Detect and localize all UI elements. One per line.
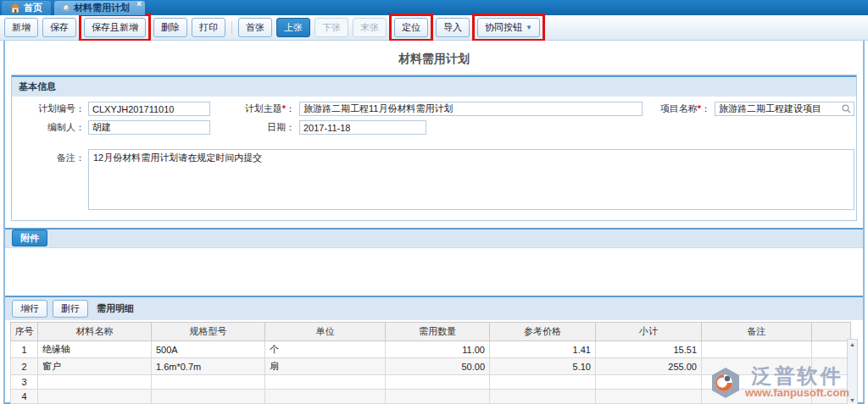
cell-filler [812, 390, 851, 404]
author-field-wrap [88, 120, 210, 135]
table-row[interactable]: 2 窗户 1.6m*0.7m 扇 50.00 5.10 255.00 [11, 358, 851, 375]
tab-home[interactable]: 首页 [2, 1, 51, 15]
attachment-bar: 附件 [5, 228, 863, 248]
tab-close-icon[interactable]: × [136, 0, 142, 8]
cell-price[interactable]: 1.41 [490, 341, 596, 358]
form-page: 材料需用计划 基本信息 计划编号： 计划主题*： 项目名称*： 编制人： 日期： [3, 41, 865, 404]
cell-unit[interactable] [265, 390, 386, 404]
basic-info-header: 基本信息 [12, 75, 856, 97]
collaborate-button[interactable]: 协同按钮 ▼ [477, 18, 540, 37]
cell-qty[interactable] [386, 375, 490, 390]
cell-spec[interactable]: 1.6m*0.7m [152, 358, 265, 375]
remark-field[interactable]: 12月份材料需用计划请在规定时间内提交 [88, 149, 854, 210]
cell-seq: 2 [11, 358, 38, 375]
cell-material-name[interactable] [38, 375, 152, 390]
project-field[interactable] [715, 102, 854, 116]
cell-unit[interactable]: 扇 [265, 358, 386, 375]
scroll-down-icon[interactable]: ▼ [849, 397, 855, 403]
cell-spec[interactable] [152, 375, 265, 390]
last-record-button: 末张 [353, 18, 387, 37]
save-button[interactable]: 保存 [42, 18, 76, 37]
cell-remark[interactable] [702, 358, 812, 375]
cell-subtotal[interactable]: 15.51 [596, 341, 702, 358]
document-icon [63, 4, 70, 12]
cell-qty[interactable]: 11.00 [386, 341, 490, 358]
author-field[interactable] [88, 120, 210, 135]
scroll-up-icon[interactable]: ▲ [849, 341, 855, 347]
cell-qty[interactable]: 50.00 [386, 358, 490, 375]
tab-material-plan[interactable]: 材料需用计划 × [54, 1, 145, 15]
cell-subtotal[interactable] [596, 375, 702, 390]
first-record-button[interactable]: 首张 [238, 18, 272, 37]
cell-unit[interactable] [265, 375, 386, 390]
delete-row-button[interactable]: 删行 [53, 300, 88, 318]
save-and-new-button[interactable]: 保存且新增 [84, 18, 146, 37]
cell-price[interactable]: 5.10 [490, 358, 596, 375]
delete-button[interactable]: 删除 [153, 18, 187, 37]
col-ref-price: 参考价格 [490, 323, 596, 341]
cell-spec[interactable] [152, 390, 265, 404]
print-button[interactable]: 打印 [192, 18, 225, 37]
add-row-button[interactable]: 增行 [12, 300, 47, 318]
cell-filler [812, 375, 851, 390]
toolbar-separator [231, 21, 232, 34]
search-icon[interactable] [842, 104, 851, 113]
detail-toolbar: 增行 删行 需用明细 [5, 296, 863, 320]
detail-table-wrap: 序号 材料名称 规格型号 单位 需用数量 参考价格 小计 备注 1 绝缘轴 50… [10, 322, 858, 404]
chevron-down-icon: ▼ [526, 24, 532, 31]
date-field[interactable] [299, 120, 426, 135]
cell-unit[interactable]: 个 [265, 341, 386, 358]
cell-spec[interactable]: 500A [152, 341, 265, 358]
plan-no-field-wrap [88, 102, 210, 116]
col-unit: 单位 [265, 323, 386, 341]
cell-qty[interactable] [386, 390, 490, 404]
cell-material-name[interactable]: 绝缘轴 [38, 341, 152, 358]
add-button[interactable]: 新增 [4, 18, 38, 37]
table-row[interactable]: 4 [11, 390, 851, 404]
author-label: 编制人： [17, 120, 85, 135]
table-row[interactable]: 1 绝缘轴 500A 个 11.00 1.41 15.51 [11, 341, 851, 358]
cell-filler [812, 341, 851, 358]
plan-no-label: 计划编号： [17, 102, 85, 116]
cell-remark[interactable] [702, 375, 812, 390]
next-record-button: 下张 [314, 18, 348, 37]
annotation-highlight-save-and-new: 保存且新增 [79, 14, 151, 42]
attachment-button[interactable]: 附件 [12, 230, 47, 246]
cell-remark[interactable] [702, 390, 812, 404]
cell-seq: 3 [11, 375, 38, 390]
cell-seq: 1 [11, 341, 38, 358]
table-header-row: 序号 材料名称 规格型号 单位 需用数量 参考价格 小计 备注 [11, 323, 851, 341]
plan-no-field[interactable] [88, 102, 210, 116]
cell-remark[interactable] [702, 341, 812, 358]
table-row[interactable]: 3 [11, 375, 851, 390]
locate-button[interactable]: 定位 [394, 18, 428, 37]
cell-filler [812, 358, 851, 375]
date-label: 日期： [215, 120, 295, 135]
annotation-highlight-collaborate: 协同按钮 ▼ [472, 14, 545, 42]
detail-caption: 需用明细 [97, 302, 134, 315]
basic-info-body: 计划编号： 计划主题*： 项目名称*： 编制人： 日期： 备注： 12月份材料需… [12, 97, 856, 220]
col-remark: 备注 [702, 323, 812, 341]
col-seq: 序号 [11, 323, 38, 341]
subject-field[interactable] [299, 102, 643, 116]
col-spec: 规格型号 [152, 323, 265, 341]
import-button[interactable]: 导入 [436, 18, 470, 37]
subject-label: 计划主题*： [215, 102, 295, 116]
subject-field-wrap [299, 102, 643, 116]
col-material-name: 材料名称 [38, 323, 152, 341]
cell-material-name[interactable] [38, 390, 152, 404]
col-subtotal: 小计 [596, 323, 702, 341]
vertical-scrollbar[interactable]: ▲ ▼ [847, 339, 858, 404]
cell-price[interactable] [490, 375, 596, 390]
cell-price[interactable] [490, 390, 596, 404]
project-label: 项目名称*： [637, 102, 710, 116]
cell-subtotal[interactable] [596, 390, 702, 404]
prev-record-button[interactable]: 上张 [276, 18, 310, 37]
attachment-area [5, 248, 863, 296]
cell-material-name[interactable]: 窗户 [38, 358, 152, 375]
basic-info-section: 基本信息 计划编号： 计划主题*： 项目名称*： 编制人： 日期： 备注： [11, 75, 857, 221]
annotation-highlight-locate: 定位 [389, 14, 433, 42]
toolbar: 新增 保存 保存且新增 删除 打印 首张 上张 下张 末张 定位 导入 协同按钮… [0, 15, 868, 41]
cell-seq: 4 [11, 390, 38, 404]
cell-subtotal[interactable]: 255.00 [596, 358, 702, 375]
